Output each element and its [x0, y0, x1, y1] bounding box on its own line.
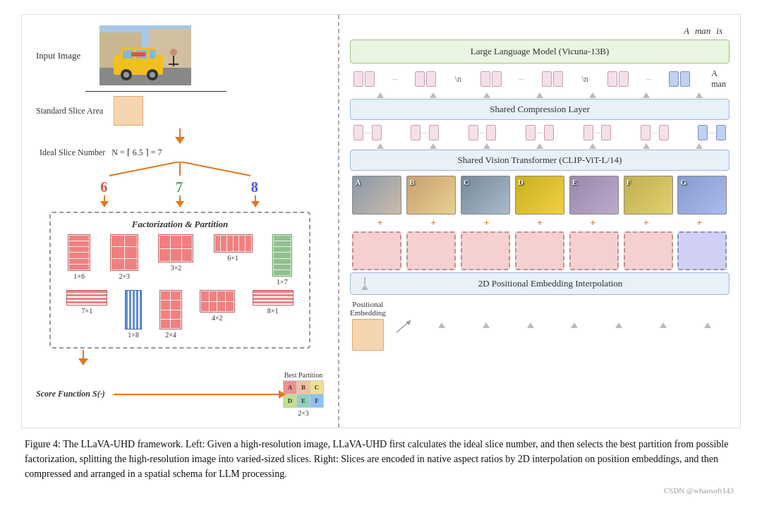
svg-point-14 — [150, 72, 155, 78]
best-label: Best Partition — [284, 371, 323, 379]
arrow-to-score — [78, 350, 88, 365]
slice-d: D — [515, 176, 564, 214]
dot2: ··· — [519, 75, 525, 83]
grid-item-7x1: 7×1 — [66, 290, 107, 339]
pos-embed-row: PositionalEmbedding — [350, 300, 730, 351]
tb3 — [415, 71, 425, 87]
pe-arrow — [393, 315, 414, 336]
svg-rect-10 — [131, 52, 145, 56]
ctg3: ··· — [468, 125, 497, 140]
pink-blocks-row — [350, 231, 730, 270]
output-tokens-row: A man is — [350, 25, 730, 37]
token-group-3 — [480, 71, 502, 87]
grid-item-8x1: 8×1 — [253, 290, 294, 339]
pos-embed-box: 2D Positional Embedding Interpolation — [350, 272, 730, 295]
main-container: Input Image — [0, 0, 762, 505]
csdn-watermark: CSDN @whaosoft143 — [21, 486, 741, 495]
num-seven: 7 — [176, 179, 184, 207]
sep-n2: \n — [581, 74, 588, 85]
branch-container: 6 7 8 — [36, 162, 324, 209]
tb1 — [353, 71, 363, 87]
uag6 — [660, 322, 667, 328]
left-panel: Input Image — [22, 15, 339, 428]
svg-point-12 — [123, 72, 129, 78]
tb8 — [553, 71, 563, 87]
grid-item-3x2: 3×2 — [158, 234, 193, 286]
factorization-box: Factorization & Partition 1×6 — [49, 212, 310, 349]
grid-item-2x3: 2×3 — [110, 234, 138, 286]
ua4 — [536, 92, 543, 98]
ctg1: ··· — [353, 125, 382, 140]
compressed-tokens-row: ··· ··· ··· ··· — [350, 125, 730, 140]
uag1 — [438, 322, 445, 328]
pink-block-2 — [406, 231, 456, 270]
partition-grid: A B C D E F — [283, 380, 324, 408]
sep-n1: \n — [455, 74, 461, 85]
slice-b: B — [406, 176, 456, 214]
slice-c: C — [461, 176, 510, 214]
partition-dim: 2×3 — [298, 409, 309, 417]
uag3 — [527, 322, 534, 328]
pink-block-3 — [461, 231, 510, 270]
tokens-row-upper: ··· \n ··· \n — [350, 68, 730, 90]
uag2 — [483, 322, 490, 328]
svg-line-18 — [109, 162, 180, 176]
grid-item-2x4: 2×4 — [159, 290, 182, 339]
pos-arrow-up — [361, 277, 368, 290]
pc-f: F — [310, 394, 323, 407]
token-group-4 — [542, 71, 563, 87]
ua10 — [483, 143, 490, 149]
compression-box: Shared Compression Layer — [350, 99, 730, 120]
plus3: + — [484, 217, 490, 229]
tb6 — [492, 71, 502, 87]
right-labels: A man — [711, 68, 726, 90]
token-group-5 — [607, 71, 629, 87]
plus7: + — [696, 217, 702, 229]
grid-row-1: 1×6 2×3 — [58, 234, 302, 286]
plus5: + — [590, 217, 595, 229]
plus4: + — [537, 217, 543, 229]
slice-e: E — [569, 176, 619, 214]
tb5 — [480, 71, 490, 87]
tb9 — [607, 71, 617, 87]
tb10 — [619, 71, 629, 87]
ua1 — [377, 92, 384, 98]
pos-embed-square — [352, 319, 384, 351]
uag4 — [571, 322, 578, 328]
pink-block-blue — [677, 231, 727, 270]
factorization-title: Factorization & Partition — [58, 219, 302, 230]
tb-blue1 — [669, 71, 679, 87]
grid-item-4x2: 4×2 — [200, 290, 235, 339]
ua12 — [589, 143, 596, 149]
branch-numbers: 6 7 8 — [67, 179, 293, 207]
slice-square — [114, 96, 143, 126]
ctg7-blue: ··· — [698, 125, 726, 140]
uag7 — [704, 322, 711, 328]
right-panel: A man is Large Language Model (Vicuna-13… — [339, 15, 740, 428]
token-man-label: man — [695, 25, 710, 37]
token-group-2 — [415, 71, 436, 87]
pink-block-1 — [352, 231, 401, 270]
caption-text: Figure 4: The LLaVA-UHD framework. Left:… — [25, 439, 728, 479]
ua7 — [696, 92, 703, 98]
standard-slice-row: Standard Slice Area — [36, 96, 324, 126]
figure-area: Input Image — [21, 14, 741, 428]
pos-embed-right — [420, 322, 730, 328]
caption-area: Figure 4: The LLaVA-UHD framework. Left:… — [21, 428, 741, 485]
ua8 — [377, 143, 384, 149]
num-six: 6 — [100, 179, 109, 207]
ua9 — [430, 143, 437, 149]
slice-g: G — [677, 176, 727, 214]
grid-row-2: 7×1 1×8 2×4 — [58, 290, 302, 339]
arrow-to-ideal — [175, 128, 185, 144]
pink-block-6 — [624, 231, 673, 270]
pos-embed-label: 2D Positional Embedding Interpolation — [382, 278, 718, 289]
ua11 — [536, 143, 543, 149]
uag5 — [615, 322, 622, 328]
ua13 — [643, 143, 650, 149]
up-arrows-to-compression — [350, 143, 730, 149]
grid-item-1x6: 1×6 — [68, 234, 90, 286]
ctg4: ··· — [526, 125, 554, 140]
long-arrow — [114, 394, 280, 395]
ctg6: ··· — [641, 125, 669, 140]
